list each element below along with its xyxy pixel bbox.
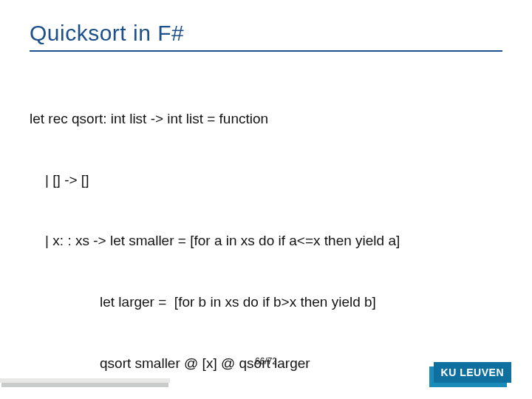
code-line: | x: : xs -> let smaller = [for a in xs … <box>30 231 502 251</box>
code-block-1: let rec qsort: int list -> int list = fu… <box>30 68 502 399</box>
slide-title: Quicksort in F# <box>30 21 502 52</box>
code-line: let rec qsort: int list -> int list = fu… <box>30 109 502 129</box>
slide: Quicksort in F# let rec qsort: int list … <box>0 0 532 399</box>
code-line: | [] -> [] <box>30 170 502 191</box>
code-line: let larger = [for b in xs do if b>x then… <box>30 292 502 313</box>
footer-accent-bar <box>0 378 170 383</box>
ku-leuven-logo: KU LEUVEN <box>434 362 511 383</box>
